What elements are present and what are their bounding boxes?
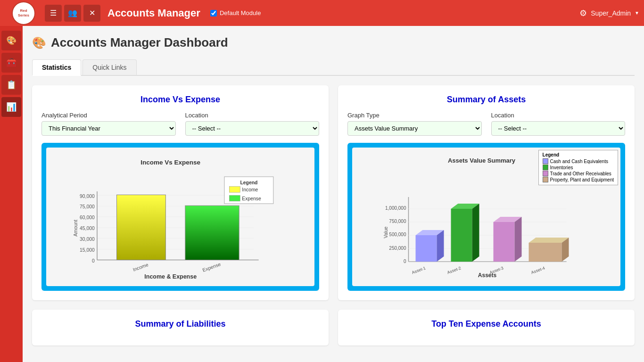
app-title-text: Accounts Manager [107,7,200,19]
svg-text:Value: Value [383,226,388,238]
assets-location-select[interactable]: -- Select -- [491,121,626,136]
svg-text:0: 0 [404,259,406,264]
income-location-label: Location [185,112,320,119]
svg-rect-17 [185,206,239,260]
close-nav-button[interactable]: ✕ [83,5,100,22]
palette-icon: 🎨 [6,35,17,46]
income-expense-chart-inner: 0 15,000 30,000 45,000 60,000 75,000 90,… [46,148,314,286]
username-label[interactable]: Super_Admin [591,9,631,17]
liabilities-title: Summary of Liabilities [41,319,319,329]
svg-rect-48 [494,222,515,262]
sidebar-item-reports[interactable]: 📋 [1,75,21,95]
assets-legend: Legend Cash and Cash Equivalents Invento… [538,150,618,185]
income-expense-chart-area: 0 15,000 30,000 45,000 60,000 75,000 90,… [41,143,319,291]
inventory-legend-color [543,165,548,170]
property-legend-color [543,177,548,182]
assets-chart-area: Legend Cash and Cash Equivalents Invento… [347,143,625,291]
group-button[interactable]: 👥 [64,5,81,22]
close-nav-icon: ✕ [89,8,95,17]
svg-text:Assets Value Summary: Assets Value Summary [448,157,516,164]
user-area: ⚙ Super_Admin ▼ [579,8,639,18]
app-title: Accounts Manager Default Module [107,7,579,19]
tab-statistics-label: Statistics [42,64,71,71]
svg-rect-27 [229,195,240,201]
analytical-period-label: Analytical Period [41,112,176,119]
graph-type-group: Graph Type Assets Value Summary Assets C… [347,112,482,136]
assets-legend-title: Legend [543,152,614,157]
top-expense-title: Top Ten Expense Accounts [347,319,625,329]
sidebar-item-chart[interactable]: 📊 [1,97,21,117]
svg-text:500,000: 500,000 [389,232,406,237]
default-module-checkbox[interactable] [210,10,217,16]
svg-text:75,000: 75,000 [80,204,95,209]
svg-marker-47 [472,204,479,262]
svg-rect-51 [529,243,562,262]
income-expense-title: Income Vs Expense [41,95,319,105]
svg-text:750,000: 750,000 [389,219,406,224]
sidebar-item-palette[interactable]: 🎨 [1,31,21,50]
assets-legend-item-1: Cash and Cash Equivalents [543,158,614,164]
property-legend-label: Property, Plant and Equipment [550,177,614,182]
reports-icon: 📋 [6,80,17,90]
cash-legend-label: Cash and Cash Equivalents [550,159,608,164]
svg-text:Asset-2: Asset-2 [446,265,462,275]
assets-chart-inner: Legend Cash and Cash Equivalents Invento… [352,148,620,286]
svg-text:250,000: 250,000 [389,246,406,251]
assets-location-group: Location -- Select -- [491,112,626,136]
liabilities-card: Summary of Liabilities [32,310,329,346]
tools-icon: 🧰 [6,58,17,68]
cash-legend-color [543,158,548,164]
logo-area: RedSeries [5,1,42,25]
assets-card: Summary of Assets Graph Type Assets Valu… [338,85,635,300]
chart-icon: 📊 [6,102,17,112]
top-expense-card: Top Ten Expense Accounts [338,310,635,346]
svg-marker-50 [515,217,522,262]
assets-form: Graph Type Assets Value Summary Assets C… [347,112,625,136]
svg-text:Asset-4: Asset-4 [530,265,545,275]
hamburger-button[interactable]: ☰ [45,5,62,22]
user-dropdown-arrow[interactable]: ▼ [635,10,639,16]
income-location-select[interactable]: -- Select -- [185,121,320,136]
income-location-group: Location -- Select -- [185,112,320,136]
svg-text:Income Vs Expense: Income Vs Expense [140,159,200,166]
income-expense-card: Income Vs Expense Analytical Period This… [32,85,329,300]
analytical-period-select[interactable]: This Financial Year Last Financial Year … [41,121,176,136]
svg-text:Expense: Expense [202,262,222,273]
tab-quicklinks-label: Quick Links [92,64,126,71]
trade-legend-label: Trade and Other Receivables [550,171,611,176]
logo: RedSeries [12,1,35,25]
page-title: 🎨 Accounts Manager Dashboard [32,35,635,50]
assets-location-label: Location [491,112,626,119]
inventory-legend-label: Inventories [550,165,573,170]
svg-text:15,000: 15,000 [80,247,95,253]
svg-rect-16 [117,195,166,260]
assets-legend-item-3: Trade and Other Receivables [543,171,614,176]
svg-text:Asset-1: Asset-1 [411,265,426,275]
svg-text:Amount: Amount [73,220,78,237]
graph-type-label: Graph Type [347,112,482,119]
svg-rect-25 [229,187,240,192]
settings-icon[interactable]: ⚙ [579,8,587,18]
svg-rect-42 [416,235,437,262]
svg-text:0: 0 [92,258,95,263]
top-navigation: RedSeries ☰ 👥 ✕ Accounts Manager Default… [0,0,644,26]
sidebar: 🎨 🧰 📋 📊 [0,26,23,362]
income-expense-form: Analytical Period This Financial Year La… [41,112,319,136]
main-content: 🎨 Accounts Manager Dashboard Statistics … [23,26,644,362]
trade-legend-color [543,171,548,176]
svg-text:Income: Income [132,262,149,272]
svg-text:30,000: 30,000 [80,237,95,242]
svg-marker-52 [529,238,569,243]
tab-quicklinks[interactable]: Quick Links [83,59,136,75]
svg-marker-44 [437,230,444,262]
sidebar-item-tools[interactable]: 🧰 [1,53,21,73]
assets-legend-item-4: Property, Plant and Equipment [543,177,614,182]
assets-legend-item-2: Inventories [543,165,614,170]
tab-statistics[interactable]: Statistics [32,59,81,76]
graph-type-select[interactable]: Assets Value Summary Assets Count Summar… [347,121,482,136]
nav-icons-group: ☰ 👥 ✕ [45,5,100,22]
tabs: Statistics Quick Links [32,59,635,75]
svg-text:Expense: Expense [242,196,261,201]
analytical-period-group: Analytical Period This Financial Year La… [41,112,176,136]
svg-text:60,000: 60,000 [80,215,95,220]
